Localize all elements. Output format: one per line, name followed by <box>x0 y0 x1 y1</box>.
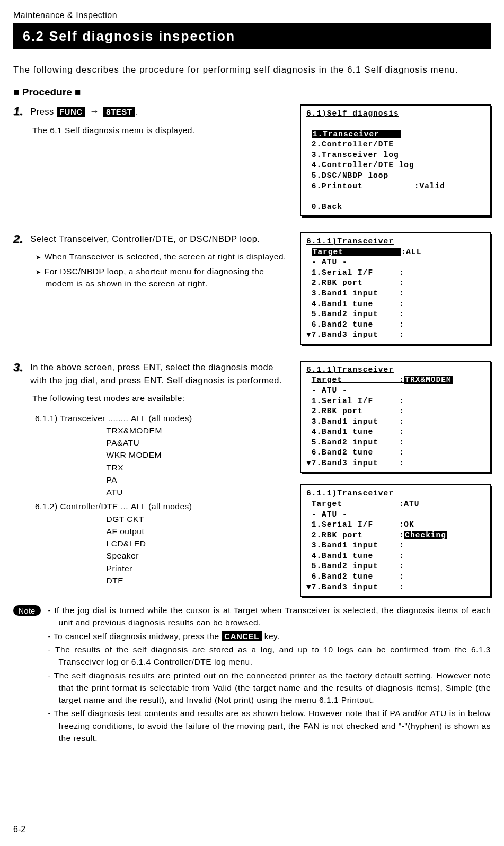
screen-6-1-1-atu: 6.1.1)Transceiver Target :ATU - ATU - 1.… <box>300 484 491 597</box>
section-title: 6.2 Self diagnosis inspection <box>13 23 491 49</box>
step-3-row: 3. In the above screen, press ENT, selec… <box>13 361 491 597</box>
breadcrumb: Maintenance & Inspection <box>13 11 491 20</box>
step-2-text: Select Transceiver, Controller/DTE, or D… <box>30 234 260 243</box>
step-number: 3. <box>13 361 28 374</box>
note-item: If the jog dial is turned while the curs… <box>48 604 491 629</box>
step-number: 1. <box>13 104 28 118</box>
step-1-sub: The 6.1 Self diagnosis menu is displayed… <box>32 124 287 136</box>
procedure-heading: ■ Procedure ■ <box>13 86 491 98</box>
step-2-row: 2. Select Transceiver, Controller/DTE, o… <box>13 232 491 345</box>
note-block: Note If the jog dial is turned while the… <box>13 604 491 745</box>
step-1-row: 1. Press FUNC → 8TEST. The 6.1 Self diag… <box>13 104 491 217</box>
screen-6-1-1-all: 6.1.1)Transceiver Target :ALL - ATU - 1.… <box>300 232 491 345</box>
note-item: The self diagnosis test contents and res… <box>48 707 491 744</box>
screen-6-1: 6.1)Self diagnosis 1.Transceiver 2.Contr… <box>300 104 491 217</box>
step-2-bullet-1: When Transceiver is selected, the screen… <box>36 251 287 263</box>
note-item: The self diagnosis results are printed o… <box>48 669 491 707</box>
step-1-text-pre: Press <box>30 107 57 116</box>
step-number: 2. <box>13 232 28 246</box>
func-key: FUNC <box>57 107 85 117</box>
arrow-icon: → <box>88 106 101 117</box>
8test-key: 8TEST <box>103 107 135 117</box>
note-item: To cancel self diagnosis midway, press t… <box>48 630 491 643</box>
note-item: The results of the self diagnosis are st… <box>48 643 491 668</box>
step-3-text: In the above screen, press ENT, select t… <box>30 362 282 385</box>
test-modes-block: 6.1.1) Transceiver ........ ALL (all mod… <box>32 412 287 587</box>
intro-text: The following describes the procedure fo… <box>13 63 491 77</box>
note-label: Note <box>13 605 41 616</box>
step-1-text-post: . <box>135 107 137 116</box>
step-2-bullet-2: For DSC/NBDP loop, a shortcut menu for d… <box>36 266 287 290</box>
screen-6-1-1-trxmodem: 6.1.1)Transceiver Target :TRX&MODEM - AT… <box>300 361 491 473</box>
step-3-sub: The following test modes are available: <box>32 392 287 404</box>
